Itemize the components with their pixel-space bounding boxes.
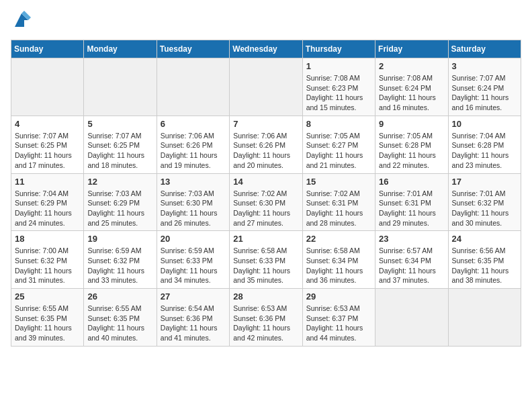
calendar-cell: 10Sunrise: 7:04 AM Sunset: 6:28 PM Dayli… xyxy=(448,116,521,173)
day-number: 15 xyxy=(306,177,371,187)
calendar-cell: 14Sunrise: 7:02 AM Sunset: 6:30 PM Dayli… xyxy=(230,173,302,231)
day-info: Sunrise: 7:04 AM Sunset: 6:28 PM Dayligh… xyxy=(452,131,517,171)
day-number: 4 xyxy=(15,119,80,129)
day-number: 17 xyxy=(452,177,517,187)
day-info: Sunrise: 7:02 AM Sunset: 6:30 PM Dayligh… xyxy=(233,189,298,228)
day-info: Sunrise: 6:53 AM Sunset: 6:37 PM Dayligh… xyxy=(306,304,371,343)
calendar-cell xyxy=(84,58,157,116)
calendar-cell: 15Sunrise: 7:02 AM Sunset: 6:31 PM Dayli… xyxy=(302,173,375,231)
calendar-cell: 29Sunrise: 6:53 AM Sunset: 6:37 PM Dayli… xyxy=(302,289,375,347)
day-number: 27 xyxy=(161,291,226,302)
day-info: Sunrise: 6:55 AM Sunset: 6:35 PM Dayligh… xyxy=(87,304,152,343)
calendar-cell xyxy=(11,58,84,116)
weekday-header: Thursday xyxy=(302,40,375,58)
day-number: 7 xyxy=(233,119,298,129)
calendar-cell: 4Sunrise: 7:07 AM Sunset: 6:25 PM Daylig… xyxy=(11,116,84,173)
calendar-cell: 19Sunrise: 6:59 AM Sunset: 6:32 PM Dayli… xyxy=(84,231,157,289)
day-number: 26 xyxy=(87,291,152,302)
day-info: Sunrise: 7:08 AM Sunset: 6:23 PM Dayligh… xyxy=(306,73,371,113)
logo-icon xyxy=(12,11,31,30)
calendar-cell: 22Sunrise: 6:58 AM Sunset: 6:34 PM Dayli… xyxy=(302,231,375,289)
day-number: 12 xyxy=(87,177,152,187)
day-number: 8 xyxy=(306,119,371,129)
calendar-cell xyxy=(230,58,302,116)
weekday-header: Sunday xyxy=(11,40,84,58)
day-info: Sunrise: 6:57 AM Sunset: 6:34 PM Dayligh… xyxy=(379,246,444,285)
calendar-cell: 5Sunrise: 7:07 AM Sunset: 6:25 PM Daylig… xyxy=(84,116,157,173)
calendar-cell: 12Sunrise: 7:03 AM Sunset: 6:29 PM Dayli… xyxy=(84,173,157,231)
day-number: 3 xyxy=(452,61,517,71)
day-info: Sunrise: 7:01 AM Sunset: 6:32 PM Dayligh… xyxy=(452,189,517,228)
calendar-cell: 13Sunrise: 7:03 AM Sunset: 6:30 PM Dayli… xyxy=(157,173,229,231)
page-header xyxy=(11,11,521,33)
day-number: 25 xyxy=(15,291,80,302)
day-number: 22 xyxy=(306,234,371,244)
calendar-cell: 1Sunrise: 7:08 AM Sunset: 6:23 PM Daylig… xyxy=(302,58,375,116)
day-number: 21 xyxy=(233,234,298,244)
day-info: Sunrise: 7:00 AM Sunset: 6:32 PM Dayligh… xyxy=(15,246,80,285)
day-info: Sunrise: 7:01 AM Sunset: 6:31 PM Dayligh… xyxy=(379,189,444,228)
calendar-week-row: 25Sunrise: 6:55 AM Sunset: 6:35 PM Dayli… xyxy=(11,289,521,347)
calendar-week-row: 11Sunrise: 7:04 AM Sunset: 6:29 PM Dayli… xyxy=(11,173,521,231)
day-info: Sunrise: 7:05 AM Sunset: 6:27 PM Dayligh… xyxy=(306,131,371,171)
weekday-header: Monday xyxy=(84,40,157,58)
day-info: Sunrise: 6:53 AM Sunset: 6:36 PM Dayligh… xyxy=(233,304,298,343)
day-info: Sunrise: 7:06 AM Sunset: 6:26 PM Dayligh… xyxy=(233,131,298,171)
day-number: 20 xyxy=(161,234,226,244)
calendar-cell: 27Sunrise: 6:54 AM Sunset: 6:36 PM Dayli… xyxy=(157,289,229,347)
day-number: 16 xyxy=(379,177,444,187)
day-number: 5 xyxy=(87,119,152,129)
day-number: 10 xyxy=(452,119,517,129)
calendar-body: 1Sunrise: 7:08 AM Sunset: 6:23 PM Daylig… xyxy=(11,58,521,347)
calendar-cell: 28Sunrise: 6:53 AM Sunset: 6:36 PM Dayli… xyxy=(230,289,302,347)
calendar-cell: 11Sunrise: 7:04 AM Sunset: 6:29 PM Dayli… xyxy=(11,173,84,231)
calendar-cell: 6Sunrise: 7:06 AM Sunset: 6:26 PM Daylig… xyxy=(157,116,229,173)
day-info: Sunrise: 6:54 AM Sunset: 6:36 PM Dayligh… xyxy=(161,304,226,343)
day-info: Sunrise: 6:56 AM Sunset: 6:35 PM Dayligh… xyxy=(452,246,517,285)
calendar-cell: 9Sunrise: 7:05 AM Sunset: 6:28 PM Daylig… xyxy=(375,116,448,173)
calendar-cell: 7Sunrise: 7:06 AM Sunset: 6:26 PM Daylig… xyxy=(230,116,302,173)
calendar-cell: 24Sunrise: 6:56 AM Sunset: 6:35 PM Dayli… xyxy=(448,231,521,289)
day-info: Sunrise: 6:55 AM Sunset: 6:35 PM Dayligh… xyxy=(15,304,80,343)
calendar-week-row: 4Sunrise: 7:07 AM Sunset: 6:25 PM Daylig… xyxy=(11,116,521,173)
calendar-cell: 2Sunrise: 7:08 AM Sunset: 6:24 PM Daylig… xyxy=(375,58,448,116)
logo xyxy=(11,11,31,33)
calendar-cell: 20Sunrise: 6:59 AM Sunset: 6:33 PM Dayli… xyxy=(157,231,229,289)
calendar-cell xyxy=(448,289,521,347)
weekday-header: Wednesday xyxy=(230,40,302,58)
calendar-cell: 23Sunrise: 6:57 AM Sunset: 6:34 PM Dayli… xyxy=(375,231,448,289)
day-info: Sunrise: 7:07 AM Sunset: 6:24 PM Dayligh… xyxy=(452,73,517,113)
day-number: 6 xyxy=(161,119,226,129)
day-number: 1 xyxy=(306,61,371,71)
calendar-header-row: SundayMondayTuesdayWednesdayThursdayFrid… xyxy=(11,40,521,58)
weekday-header: Friday xyxy=(375,40,448,58)
day-info: Sunrise: 7:03 AM Sunset: 6:30 PM Dayligh… xyxy=(161,189,226,228)
day-number: 2 xyxy=(379,61,444,71)
day-number: 29 xyxy=(306,291,371,302)
day-info: Sunrise: 7:02 AM Sunset: 6:31 PM Dayligh… xyxy=(306,189,371,228)
day-number: 13 xyxy=(161,177,226,187)
day-info: Sunrise: 7:04 AM Sunset: 6:29 PM Dayligh… xyxy=(15,189,80,228)
day-info: Sunrise: 7:06 AM Sunset: 6:26 PM Dayligh… xyxy=(161,131,226,171)
calendar-cell xyxy=(375,289,448,347)
day-number: 18 xyxy=(15,234,80,244)
calendar-cell: 16Sunrise: 7:01 AM Sunset: 6:31 PM Dayli… xyxy=(375,173,448,231)
calendar-cell xyxy=(157,58,229,116)
calendar-cell: 18Sunrise: 7:00 AM Sunset: 6:32 PM Dayli… xyxy=(11,231,84,289)
day-number: 9 xyxy=(379,119,444,129)
calendar-cell: 8Sunrise: 7:05 AM Sunset: 6:27 PM Daylig… xyxy=(302,116,375,173)
day-info: Sunrise: 6:59 AM Sunset: 6:33 PM Dayligh… xyxy=(161,246,226,285)
day-info: Sunrise: 7:03 AM Sunset: 6:29 PM Dayligh… xyxy=(87,189,152,228)
day-info: Sunrise: 7:07 AM Sunset: 6:25 PM Dayligh… xyxy=(15,131,80,171)
calendar-cell: 26Sunrise: 6:55 AM Sunset: 6:35 PM Dayli… xyxy=(84,289,157,347)
day-info: Sunrise: 7:08 AM Sunset: 6:24 PM Dayligh… xyxy=(379,73,444,113)
day-info: Sunrise: 7:07 AM Sunset: 6:25 PM Dayligh… xyxy=(87,131,152,171)
day-number: 28 xyxy=(233,291,298,302)
day-number: 14 xyxy=(233,177,298,187)
calendar-cell: 17Sunrise: 7:01 AM Sunset: 6:32 PM Dayli… xyxy=(448,173,521,231)
day-number: 24 xyxy=(452,234,517,244)
calendar-table: SundayMondayTuesdayWednesdayThursdayFrid… xyxy=(11,40,521,347)
day-number: 11 xyxy=(15,177,80,187)
day-info: Sunrise: 6:58 AM Sunset: 6:34 PM Dayligh… xyxy=(306,246,371,285)
day-number: 19 xyxy=(87,234,152,244)
